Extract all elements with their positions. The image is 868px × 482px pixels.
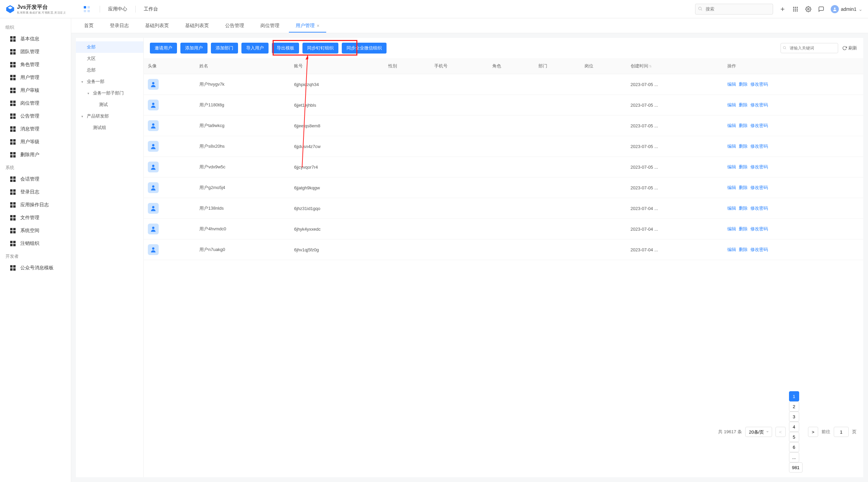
close-icon[interactable]: ×: [317, 23, 319, 28]
sidebar-item[interactable]: 登录日志: [0, 186, 71, 198]
sidebar-item[interactable]: 公众号消息模板: [0, 261, 71, 274]
reset-password-link[interactable]: 修改密码: [750, 144, 768, 149]
delete-link[interactable]: 删除: [739, 206, 748, 211]
table-row[interactable]: 用户138nlds6jhz31id1gqo2023-07-04 ...编辑删除修…: [144, 198, 863, 219]
page-number-button[interactable]: 2: [789, 401, 799, 412]
keyword-input[interactable]: [781, 43, 838, 53]
table-row[interactable]: 用户hvygv7k6jjhpidzqh342023-07-05 ...编辑删除修…: [144, 74, 863, 95]
table-row[interactable]: 用户n7uakg06jhv1qj5fz0g2023-07-04 ...编辑删除修…: [144, 239, 863, 260]
reset-password-link[interactable]: 修改密码: [750, 185, 768, 190]
delete-link[interactable]: 删除: [739, 82, 748, 87]
column-header[interactable]: 姓名: [195, 58, 290, 74]
tab[interactable]: 基础列表页: [178, 19, 216, 32]
reset-password-link[interactable]: 修改密码: [750, 102, 768, 107]
grid-icon[interactable]: [792, 6, 799, 13]
reset-password-link[interactable]: 修改密码: [750, 164, 768, 169]
tree-node[interactable]: ▾业务一部: [76, 76, 143, 87]
tab[interactable]: 基础列表页: [138, 19, 176, 32]
prev-page-button[interactable]: <: [775, 427, 786, 437]
delete-link[interactable]: 删除: [739, 226, 748, 231]
reset-password-link[interactable]: 修改密码: [750, 247, 768, 252]
table-row[interactable]: 用户4hvmdc06jhyk4yxxedc2023-07-04 ...编辑删除修…: [144, 219, 863, 239]
sidebar-item[interactable]: 用户审核: [0, 84, 71, 97]
tree-node[interactable]: 大区: [76, 53, 143, 64]
edit-link[interactable]: 编辑: [727, 206, 736, 211]
user-menu[interactable]: admin1 ⌄: [831, 5, 863, 13]
column-header[interactable]: 手机号: [430, 58, 488, 74]
action-button[interactable]: 邀请用户: [150, 43, 177, 54]
column-header[interactable]: 账号: [290, 58, 384, 74]
sidebar-item[interactable]: 团队管理: [0, 45, 71, 58]
tab[interactable]: 首页: [77, 19, 100, 32]
action-button[interactable]: 同步钉钉组织: [302, 43, 338, 54]
tab[interactable]: 用户管理×: [289, 19, 326, 32]
delete-link[interactable]: 删除: [739, 164, 748, 169]
goto-page-input[interactable]: [834, 427, 849, 437]
edit-link[interactable]: 编辑: [727, 102, 736, 107]
search-input[interactable]: [695, 4, 773, 15]
nav-workbench[interactable]: 工作台: [141, 6, 161, 12]
page-number-button[interactable]: 6: [789, 442, 799, 452]
action-button[interactable]: 同步企业微信组织: [342, 43, 387, 54]
edit-link[interactable]: 编辑: [727, 123, 736, 128]
table-row[interactable]: 用户g2mo5j46jjatgh9kqgw2023-07-05 ...编辑删除修…: [144, 177, 863, 198]
action-button[interactable]: 导入用户: [241, 43, 269, 54]
column-header[interactable]: 角色: [488, 58, 534, 74]
sidebar-item[interactable]: 用户等级: [0, 135, 71, 148]
plus-icon[interactable]: [779, 6, 786, 13]
tab[interactable]: 登录日志: [103, 19, 136, 32]
tree-node[interactable]: 总部: [76, 64, 143, 76]
table-row[interactable]: 用户1180t8g6jjet1ejhbls2023-07-05 ...编辑删除修…: [144, 95, 863, 116]
tree-node[interactable]: ▾业务一部子部门: [76, 87, 143, 99]
page-number-button[interactable]: 5: [789, 432, 799, 442]
sidebar-item[interactable]: 注销组织: [0, 237, 71, 250]
reset-password-link[interactable]: 修改密码: [750, 123, 768, 128]
sidebar-item[interactable]: 会话管理: [0, 173, 71, 186]
nav-app-center[interactable]: 应用中心: [105, 6, 130, 12]
delete-link[interactable]: 删除: [739, 102, 748, 107]
reset-password-link[interactable]: 修改密码: [750, 206, 768, 211]
column-header[interactable]: 操作: [723, 58, 863, 74]
action-button[interactable]: 添加部门: [211, 43, 238, 54]
edit-link[interactable]: 编辑: [727, 164, 736, 169]
apps-grid-icon[interactable]: [82, 4, 92, 14]
column-header[interactable]: 性别: [384, 58, 430, 74]
column-header[interactable]: 创建时间⇅: [627, 58, 723, 74]
table-row[interactable]: 用户vdx9w5c6jjcyvqor7r42023-07-05 ...编辑删除修…: [144, 157, 863, 177]
tree-node[interactable]: 全部: [76, 41, 143, 53]
refresh-button[interactable]: 刷新: [842, 45, 857, 51]
delete-link[interactable]: 删除: [739, 144, 748, 149]
logo[interactable]: Jvs开发平台 私有部署,集成扩展,可视配置,灵活定义: [5, 4, 66, 15]
page-number-button[interactable]: 981: [789, 462, 803, 473]
delete-link[interactable]: 删除: [739, 247, 748, 252]
table-row[interactable]: 用户s8x20hs6jjdusn4z7cw2023-07-05 ...编辑删除修…: [144, 136, 863, 157]
reset-password-link[interactable]: 修改密码: [750, 82, 768, 87]
message-icon[interactable]: [818, 6, 825, 13]
page-number-button[interactable]: 3: [789, 412, 799, 422]
page-number-button[interactable]: 4: [789, 422, 799, 432]
settings-icon[interactable]: [805, 6, 812, 13]
column-header[interactable]: 部门: [534, 58, 580, 74]
tree-node[interactable]: ▾产品研发部: [76, 110, 143, 122]
sidebar-item[interactable]: 基本信息: [0, 33, 71, 45]
edit-link[interactable]: 编辑: [727, 247, 736, 252]
table-row[interactable]: 用户ta9wkcg6jjeetqs8em82023-07-05 ...编辑删除修…: [144, 116, 863, 136]
sidebar-item[interactable]: 消息管理: [0, 123, 71, 135]
sidebar-item[interactable]: 系统空间: [0, 224, 71, 237]
sidebar-item[interactable]: 删除用户: [0, 148, 71, 161]
edit-link[interactable]: 编辑: [727, 82, 736, 87]
sidebar-item[interactable]: 公告管理: [0, 110, 71, 123]
edit-link[interactable]: 编辑: [727, 226, 736, 231]
edit-link[interactable]: 编辑: [727, 185, 736, 190]
action-button[interactable]: 导出模板: [272, 43, 299, 54]
action-button[interactable]: 添加用户: [180, 43, 208, 54]
sidebar-item[interactable]: 岗位管理: [0, 97, 71, 110]
sidebar-item[interactable]: 用户管理: [0, 71, 71, 84]
page-number-button[interactable]: 1: [789, 391, 799, 401]
reset-password-link[interactable]: 修改密码: [750, 226, 768, 231]
tree-node[interactable]: 测试: [76, 99, 143, 110]
delete-link[interactable]: 删除: [739, 185, 748, 190]
column-header[interactable]: 头像: [144, 58, 195, 74]
tab[interactable]: 岗位管理: [254, 19, 286, 32]
sidebar-item[interactable]: 文件管理: [0, 211, 71, 224]
